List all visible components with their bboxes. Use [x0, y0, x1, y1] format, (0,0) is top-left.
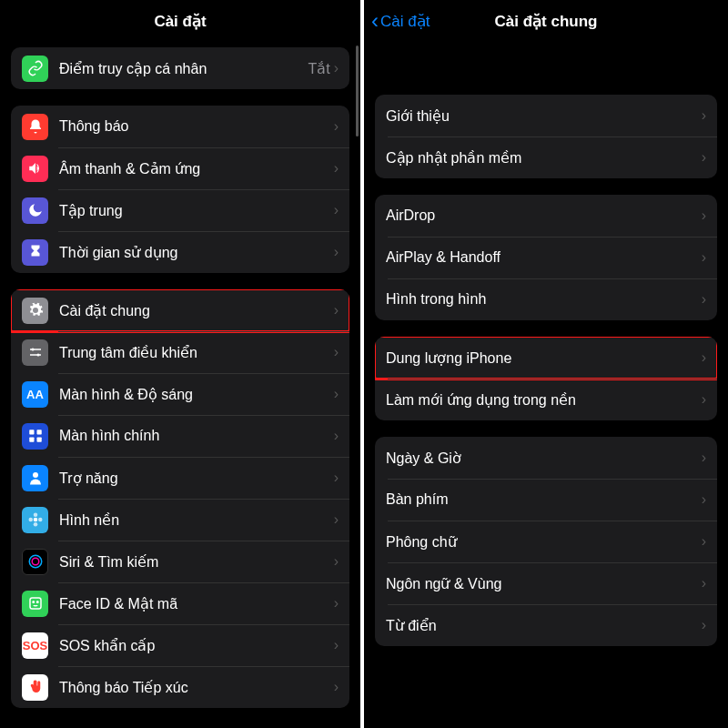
row-label: Điểm truy cập cá nhân: [59, 60, 308, 77]
page-title: Cài đặt: [154, 12, 206, 31]
group-locale: Ngày & Giờ›Bàn phím›Phông chữ›Ngôn ngữ &…: [375, 437, 717, 646]
aa-icon: AA: [22, 381, 48, 408]
row-airplay[interactable]: AirPlay & Handoff›: [375, 237, 717, 278]
row-wallpaper[interactable]: Hình nền›: [11, 499, 349, 541]
chevron-right-icon: ›: [702, 450, 706, 465]
row-lang[interactable]: Ngôn ngữ & Vùng›: [375, 562, 717, 604]
row-control[interactable]: Trung tâm điều khiển›: [11, 331, 349, 373]
row-label: Tập trung: [59, 202, 334, 219]
grid-icon: [22, 423, 48, 450]
group-general: Cài đặt chung›Trung tâm điều khiển›AAMàn…: [11, 289, 349, 708]
row-value: Tắt: [308, 60, 329, 77]
link-icon: [22, 56, 48, 82]
chevron-right-icon: ›: [334, 387, 339, 401]
chevron-right-icon: ›: [702, 250, 706, 265]
row-siri[interactable]: Siri & Tìm kiếm›: [11, 541, 349, 582]
svg-rect-6: [29, 438, 34, 442]
svg-point-9: [33, 518, 37, 522]
row-exposure[interactable]: Thông báo Tiếp xúc›: [11, 666, 349, 708]
row-label: SOS khẩn cấp: [59, 637, 334, 654]
row-airdrop[interactable]: AirDrop›: [375, 195, 717, 237]
row-update[interactable]: Cập nhật phần mềm›: [375, 136, 717, 178]
row-label: Âm thanh & Cảm ứng: [59, 160, 334, 177]
row-notify[interactable]: Thông báo›: [11, 106, 349, 147]
row-focus[interactable]: Tập trung›: [11, 189, 349, 231]
row-label: Bàn phím: [386, 491, 702, 508]
moon-icon: [22, 197, 48, 224]
row-about[interactable]: Giới thiệu›: [375, 95, 717, 136]
scrollbar[interactable]: [356, 46, 359, 136]
row-bgapp[interactable]: Làm mới ứng dụng trong nền›: [375, 379, 717, 420]
row-access[interactable]: Trợ năng›: [11, 457, 349, 499]
svg-point-18: [36, 602, 38, 603]
row-label: Thông báo: [59, 118, 334, 135]
row-font[interactable]: Phông chữ›: [375, 521, 717, 562]
row-general[interactable]: Cài đặt chung›: [11, 289, 349, 331]
svg-point-10: [33, 513, 37, 518]
chevron-right-icon: ›: [334, 345, 339, 359]
header: ‹ Cài đặt Cài đặt chung: [364, 0, 728, 42]
row-display[interactable]: AAMàn hình & Độ sáng›: [11, 373, 349, 415]
svg-rect-4: [29, 430, 34, 434]
svg-rect-3: [30, 354, 41, 356]
row-hotspot[interactable]: Điểm truy cập cá nhân Tắt ›: [11, 47, 349, 89]
chevron-right-icon: ›: [334, 429, 339, 443]
row-faceid[interactable]: Face ID & Mật mã›: [11, 582, 349, 624]
row-label: Dung lượng iPhone: [386, 349, 702, 367]
group-airdrop: AirDrop›AirPlay & Handoff›Hình trong hìn…: [375, 195, 717, 320]
sliders-icon: [22, 339, 48, 366]
svg-rect-1: [30, 349, 41, 350]
group-hotspot: Điểm truy cập cá nhân Tắt ›: [11, 47, 349, 89]
back-button[interactable]: ‹ Cài đặt: [371, 10, 430, 32]
row-date[interactable]: Ngày & Giờ›: [375, 437, 717, 479]
row-storage[interactable]: Dung lượng iPhone›: [375, 337, 717, 379]
chevron-right-icon: ›: [702, 108, 706, 123]
row-label: Phông chữ: [386, 533, 702, 551]
row-sound[interactable]: Âm thanh & Cảm ứng›: [11, 147, 349, 189]
chevron-right-icon: ›: [334, 470, 339, 485]
chevron-right-icon: ›: [334, 119, 339, 134]
row-label: Màn hình chính: [59, 428, 334, 444]
group-about: Giới thiệu›Cập nhật phần mềm›: [375, 95, 717, 178]
svg-point-17: [33, 602, 35, 603]
row-label: Giới thiệu: [386, 107, 702, 125]
chevron-right-icon: ›: [702, 492, 706, 507]
hand-icon: [22, 674, 48, 701]
svg-point-12: [28, 518, 33, 522]
chevron-right-icon: ›: [334, 596, 339, 611]
chevron-right-icon: ›: [702, 534, 706, 549]
chevron-right-icon: ›: [702, 150, 706, 165]
hourglass-icon: [22, 239, 48, 266]
group-storage: Dung lượng iPhone›Làm mới ứng dụng trong…: [375, 337, 717, 420]
chevron-right-icon: ›: [334, 554, 339, 569]
chevron-right-icon: ›: [702, 576, 706, 591]
row-label: Ngôn ngữ & Vùng: [386, 575, 702, 592]
chevron-right-icon: ›: [334, 61, 339, 76]
row-kbd[interactable]: Bàn phím›: [375, 479, 717, 521]
row-pip[interactable]: Hình trong hình›: [375, 278, 717, 320]
gear-icon: [22, 298, 48, 324]
svg-rect-16: [30, 598, 41, 609]
speaker-icon: [22, 156, 48, 182]
page-title: Cài đặt chung: [495, 12, 598, 31]
back-label: Cài đặt: [380, 12, 430, 31]
row-sos[interactable]: SOSSOS khẩn cấp›: [11, 624, 349, 666]
sos-icon: SOS: [22, 632, 48, 659]
row-dict[interactable]: Từ điển›: [375, 604, 717, 646]
chevron-right-icon: ›: [334, 203, 339, 217]
group-notifications: Thông báo›Âm thanh & Cảm ứng›Tập trung›T…: [11, 106, 349, 273]
chevron-right-icon: ›: [702, 208, 706, 223]
row-label: Cập nhật phần mềm: [386, 149, 702, 167]
row-label: Hình nền: [59, 511, 334, 529]
row-label: Trung tâm điều khiển: [59, 344, 334, 361]
row-home[interactable]: Màn hình chính›: [11, 415, 349, 457]
row-label: Màn hình & Độ sáng: [59, 386, 334, 403]
row-label: Trợ năng: [59, 470, 334, 487]
svg-point-8: [33, 472, 38, 478]
chevron-right-icon: ›: [334, 512, 339, 527]
row-label: Thông báo Tiếp xúc: [59, 679, 334, 696]
header: Cài đặt: [0, 0, 360, 42]
chevron-right-icon: ›: [334, 680, 339, 694]
row-screentime[interactable]: Thời gian sử dụng›: [11, 231, 349, 273]
svg-rect-5: [36, 430, 41, 434]
